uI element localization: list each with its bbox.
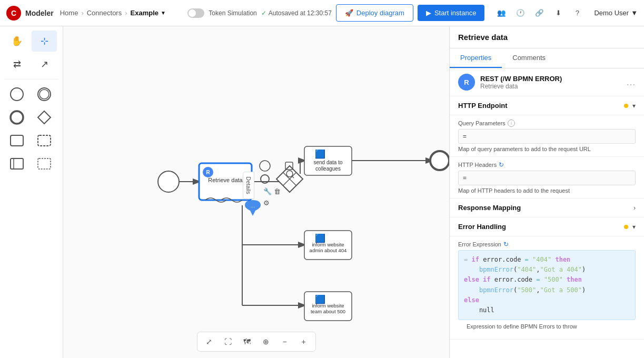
- select-tool-button[interactable]: ⊹: [32, 31, 57, 52]
- start-event-node[interactable]: [158, 171, 179, 192]
- rest-icon: R: [458, 74, 475, 91]
- http-headers-refresh-icon[interactable]: ↻: [499, 161, 504, 168]
- toolbar-divider-1: [4, 79, 58, 79]
- hand-tool-button[interactable]: ✋: [4, 31, 29, 52]
- breadcrumb-connectors[interactable]: Connectors: [87, 9, 122, 17]
- share-button[interactable]: 🔗: [531, 5, 548, 22]
- end-event-shape[interactable]: [4, 107, 29, 128]
- gateway-shape[interactable]: [32, 107, 57, 128]
- svg-point-2: [39, 90, 49, 99]
- tab-comments[interactable]: Comments: [502, 48, 556, 68]
- breadcrumb-chevron-icon: ▼: [161, 10, 166, 16]
- connector-info: R REST (/W BPMN ERROR) Retrieve data …: [450, 68, 644, 96]
- panel-body: R REST (/W BPMN ERROR) Retrieve data … H…: [450, 68, 644, 358]
- play-icon: ▶: [426, 9, 431, 17]
- response-mapping-title: Response Mapping: [458, 204, 521, 212]
- http-endpoint-section[interactable]: HTTP Endpoint ▾: [450, 96, 644, 115]
- svg-point-0: [11, 88, 23, 101]
- breadcrumb-sep2: ›: [125, 9, 127, 17]
- svg-text:R: R: [206, 170, 210, 175]
- deploy-button[interactable]: 🚀 Deploy diagram: [336, 4, 413, 22]
- svg-text:…: …: [251, 203, 255, 208]
- user-chevron-icon: ▼: [631, 9, 638, 17]
- intermediate-event-shape[interactable]: [32, 84, 57, 105]
- svg-text:🗑: 🗑: [274, 187, 281, 195]
- app-name: Modeler: [25, 9, 54, 17]
- start-instance-button[interactable]: ▶ Start instance: [418, 5, 485, 21]
- token-simulation-toggle-row: Token Simulation: [187, 8, 256, 18]
- query-params-helper: Map of query parameters to add to the re…: [458, 146, 636, 152]
- global-connect-tool-button[interactable]: ↗: [32, 54, 57, 75]
- panel-tabs: Properties Comments: [450, 48, 644, 68]
- http-endpoint-dot: [624, 104, 628, 108]
- error-expression-label: Error Expression ↻: [458, 241, 636, 248]
- zoom-in-button[interactable]: +: [296, 334, 311, 349]
- zoom-out-button[interactable]: −: [278, 334, 292, 349]
- svg-text:admin about 404: admin about 404: [310, 247, 347, 253]
- svg-rect-5: [11, 135, 23, 146]
- error-expression-editor[interactable]: = if error.code = "404" then bpmnError("…: [458, 250, 636, 320]
- query-params-section: Query Parameters i Map of query paramete…: [450, 115, 644, 157]
- breadcrumb-home[interactable]: Home: [60, 9, 78, 17]
- breadcrumb-sep1: ›: [81, 9, 83, 17]
- help-button[interactable]: ?: [569, 5, 586, 22]
- svg-text:team about 500: team about 500: [311, 309, 345, 314]
- svg-text:inform website: inform website: [312, 303, 344, 309]
- download-button[interactable]: ⬇: [550, 5, 567, 22]
- fit-diagram-button[interactable]: ⤢: [202, 334, 216, 349]
- connector-type: REST (/W BPMN ERROR): [480, 75, 562, 83]
- error-handling-title: Error Handling: [458, 223, 506, 231]
- svg-text:inform website: inform website: [312, 242, 344, 247]
- end-event-node[interactable]: [430, 151, 449, 170]
- subprocess-shape[interactable]: [32, 130, 57, 151]
- user-menu[interactable]: Demo User ▼: [594, 9, 638, 17]
- svg-text:🟦: 🟦: [315, 149, 325, 159]
- svg-text:colleagues: colleagues: [315, 166, 341, 172]
- pool-shape[interactable]: [4, 153, 29, 174]
- svg-rect-7: [11, 158, 23, 169]
- connect-tool-button[interactable]: ⇄: [4, 54, 29, 75]
- participants-button[interactable]: 👥: [493, 5, 510, 22]
- topbar-icons: 👥 🕐 🔗 ⬇ ?: [493, 5, 586, 22]
- svg-text:🔧: 🔧: [263, 187, 272, 196]
- error-expression-helper: Expression to define BPMN Errors to thro…: [458, 320, 636, 335]
- http-endpoint-title: HTTP Endpoint: [458, 102, 508, 110]
- expanded-shape[interactable]: [32, 153, 57, 174]
- breadcrumb: Home › Connectors › Example ▼: [60, 9, 166, 17]
- toggle-knob: [189, 9, 196, 17]
- rocket-icon: 🚀: [345, 9, 353, 17]
- error-expression-section: Error Expression ↻ = if error.code = "40…: [450, 236, 644, 340]
- http-headers-label: HTTP Headers ↻: [458, 161, 636, 168]
- task-shape[interactable]: [4, 130, 29, 151]
- response-mapping-section[interactable]: Response Mapping ›: [450, 198, 644, 217]
- http-headers-helper: Map of HTTP headers to add to the reques…: [458, 187, 636, 194]
- connector-name: Retrieve data: [480, 83, 562, 90]
- http-endpoint-arrow: ▾: [632, 102, 636, 110]
- map-button[interactable]: 🗺: [240, 334, 254, 349]
- details-tab[interactable]: Details: [243, 172, 254, 200]
- left-toolbar: ✋ ⊹ ⇄ ↗: [0, 26, 63, 358]
- main-layout: ✋ ⊹ ⇄ ↗: [0, 26, 644, 358]
- error-handling-section[interactable]: Error Handling ▾: [450, 217, 644, 236]
- start-event-shape[interactable]: [4, 84, 29, 105]
- error-handling-dot: [624, 225, 628, 229]
- fullscreen-button[interactable]: ⛶: [221, 334, 235, 349]
- breadcrumb-current[interactable]: Example ▼: [131, 9, 166, 17]
- query-params-input[interactable]: [458, 129, 636, 144]
- canvas-area[interactable]: R Retrieve data 🔧 🗑 ⚙ …: [63, 26, 449, 358]
- http-headers-input[interactable]: [458, 171, 636, 185]
- svg-point-24: [260, 161, 270, 171]
- token-simulation-label: Token Simulation: [209, 9, 256, 17]
- svg-marker-4: [38, 111, 51, 124]
- query-params-info-icon[interactable]: i: [508, 120, 515, 127]
- history-button[interactable]: 🕐: [512, 5, 529, 22]
- http-headers-section: HTTP Headers ↻ Map of HTTP headers to ad…: [450, 157, 644, 198]
- error-expression-refresh-icon[interactable]: ↻: [503, 241, 509, 248]
- navigate-button[interactable]: ⊕: [259, 334, 273, 349]
- token-simulation-toggle[interactable]: [187, 8, 204, 18]
- tab-properties[interactable]: Properties: [450, 48, 502, 68]
- svg-rect-6: [38, 135, 51, 146]
- details-tab-label: Details: [245, 177, 252, 195]
- topbar: C Modeler Home › Connectors › Example ▼ …: [0, 0, 644, 26]
- connector-options[interactable]: …: [626, 77, 636, 88]
